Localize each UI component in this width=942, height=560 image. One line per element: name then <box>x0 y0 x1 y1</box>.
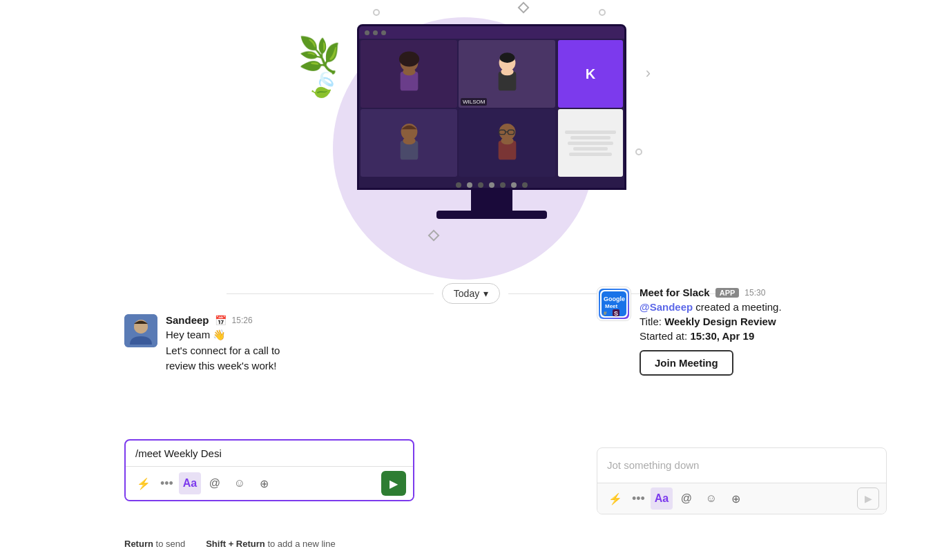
input-toolbar-left: ⚡ ••• Aa @ ☺ ⊕ ▶ <box>126 466 413 500</box>
more-options-right[interactable]: ••• <box>629 492 648 506</box>
avatar-2 <box>488 48 526 100</box>
avatar-3 <box>390 117 428 169</box>
emoji-button-left[interactable]: ☺ <box>229 472 251 494</box>
today-label: Today <box>454 288 479 299</box>
video-cell-2: WILSOM <box>459 40 555 108</box>
meeting-title: Weekly Design Review <box>664 316 776 327</box>
message-line1: Hey team 👋 <box>166 329 226 340</box>
deco-dot-2 <box>599 9 606 16</box>
today-badge[interactable]: Today ▾ <box>442 283 500 304</box>
attach-button-left[interactable]: ⊕ <box>253 472 276 494</box>
video-cell-3 <box>361 109 457 177</box>
monitor-screen: WILSOM <box>357 24 626 190</box>
message-input-right: Jot something down ⚡ ••• Aa @ ☺ ⊕ ▶ <box>597 447 887 514</box>
return-label: to send <box>156 539 186 549</box>
notif-header: Meet for Slack APP 15:30 <box>640 287 887 298</box>
title-label: Title: <box>640 316 662 327</box>
mention-sandeep[interactable]: @Sandeep <box>640 301 693 313</box>
bottom-dot-2 <box>467 182 472 188</box>
screen-bottom-bar <box>359 178 624 190</box>
svg-text:Google: Google <box>604 296 625 302</box>
emoji-button-right[interactable]: ☺ <box>700 487 722 510</box>
bottom-dot-3 <box>478 182 483 188</box>
app-icon-inner: Google Meet # S <box>599 289 629 319</box>
chevron-right-icon[interactable]: › <box>646 64 651 82</box>
shift-label: to add a new line <box>267 539 335 549</box>
message-row: Sandeep 📅 15:26 Hey team 👋 Let's connect… <box>124 314 421 374</box>
avatar-1 <box>390 48 428 100</box>
shift-hint: Shift + Return to add a new line <box>206 539 336 549</box>
message-header: Sandeep 📅 15:26 <box>166 314 421 326</box>
input-placeholder-right[interactable]: Jot something down <box>597 448 886 483</box>
input-toolbar-right: ⚡ ••• Aa @ ☺ ⊕ ▶ <box>597 483 886 514</box>
created-line: @Sandeep created a meeting. <box>640 301 887 313</box>
screen-dot-yellow <box>373 30 378 35</box>
divider-line-left <box>227 293 434 294</box>
lightning-button-left[interactable]: ⚡ <box>133 472 155 494</box>
screen-dot-red <box>365 30 369 35</box>
sender-name: Sandeep <box>166 314 209 326</box>
avatar-4 <box>488 117 526 169</box>
monitor: WILSOM <box>357 24 626 219</box>
at-button-left[interactable]: @ <box>204 472 226 494</box>
at-button-right[interactable]: @ <box>675 487 698 510</box>
more-options-left[interactable]: ••• <box>157 476 176 491</box>
svg-point-3 <box>403 68 415 75</box>
svg-text:#: # <box>604 310 607 316</box>
send-button-left[interactable]: ▶ <box>381 471 406 496</box>
bottom-dot-6 <box>511 182 517 188</box>
app-icon-meet: Google Meet # S <box>597 287 631 321</box>
return-key: Return <box>124 539 153 549</box>
attach-button-right[interactable]: ⊕ <box>725 487 747 510</box>
shift-key: Shift + Return <box>206 539 265 549</box>
svg-text:Meet: Meet <box>605 303 618 309</box>
notification-content: Meet for Slack APP 15:30 @Sandeep create… <box>640 287 887 376</box>
format-button-left[interactable]: Aa <box>179 472 201 494</box>
meet-notification: Google Meet # S Meet for Slack APP 15:30… <box>597 287 887 376</box>
lightning-button-right[interactable]: ⚡ <box>604 487 626 510</box>
app-name: Meet for Slack <box>640 287 710 298</box>
started-label: Started at: <box>640 330 687 342</box>
join-meeting-button[interactable]: Join Meeting <box>640 350 733 376</box>
screen-top-bar <box>359 26 624 39</box>
bottom-dot-1 <box>456 182 461 188</box>
screen-dot-green <box>381 30 386 35</box>
send-button-right[interactable]: ▶ <box>857 487 879 510</box>
video-cell-4 <box>459 109 555 177</box>
deco-dot-3 <box>635 148 642 155</box>
input-hint: Return to send Shift + Return to add a n… <box>124 539 336 549</box>
started-line: Started at: 15:30, Apr 19 <box>640 330 887 342</box>
return-hint: Return to send <box>124 539 185 549</box>
message-line3: review this week's work! <box>166 360 276 371</box>
input-text-left[interactable]: /meet Weekly Desi <box>126 441 413 466</box>
started-time: 15:30, Apr 19 <box>690 330 754 342</box>
video-cell-6 <box>558 109 623 177</box>
message-line2: Let's connect for a call to <box>166 345 280 356</box>
chevron-down-icon: ▾ <box>483 288 488 299</box>
app-badge: APP <box>715 288 740 298</box>
svg-point-16 <box>501 137 513 144</box>
deco-dot-1 <box>373 9 380 16</box>
monitor-base <box>436 211 547 219</box>
notif-timestamp: 15:30 <box>744 288 765 298</box>
message-timestamp: 15:26 <box>232 316 253 325</box>
bottom-dot-7 <box>522 182 528 188</box>
bottom-dot-4 <box>489 182 494 188</box>
bottom-dot-5 <box>500 182 506 188</box>
sandeep-avatar-img <box>124 314 157 347</box>
format-button-right[interactable]: Aa <box>651 487 673 510</box>
hero-illustration: › 🌿 🍃 <box>0 0 942 283</box>
svg-point-10 <box>403 137 415 144</box>
video-cell-1 <box>361 40 457 108</box>
svg-point-7 <box>501 68 513 75</box>
calendar-emoji: 📅 <box>215 315 227 326</box>
svg-point-5 <box>499 52 515 63</box>
avatar-sandeep <box>124 314 157 347</box>
message-input-left: /meet Weekly Desi ⚡ ••• Aa @ ☺ ⊕ ▶ <box>124 439 414 501</box>
video-cell-5: K <box>558 40 623 108</box>
message-text: Hey team 👋 Let's connect for a call to r… <box>166 327 421 374</box>
created-text: created a meeting. <box>695 301 781 313</box>
svg-point-1 <box>398 51 419 66</box>
plant-left-icon: 🌿 <box>298 38 341 73</box>
chat-message-sandeep: Sandeep 📅 15:26 Hey team 👋 Let's connect… <box>124 314 421 374</box>
